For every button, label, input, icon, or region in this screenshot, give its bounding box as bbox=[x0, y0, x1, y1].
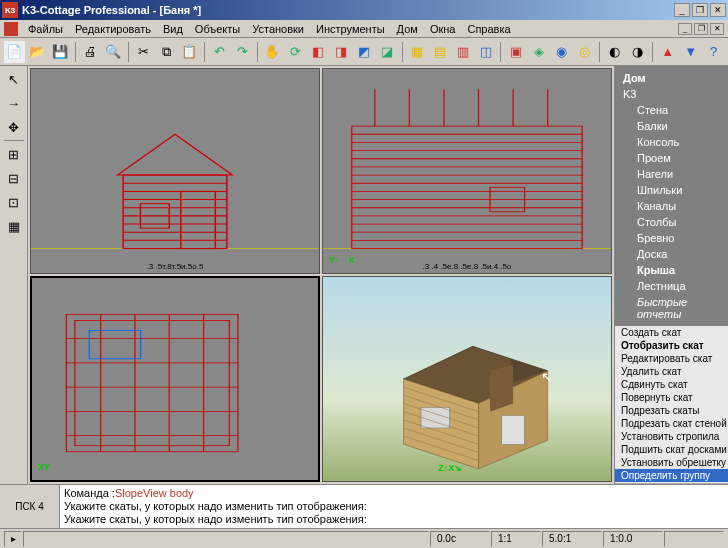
maximize-button[interactable]: ❐ bbox=[692, 3, 708, 17]
toolbar-icon[interactable]: ◎ bbox=[574, 41, 595, 63]
doc-minimize-button[interactable]: _ bbox=[678, 23, 692, 35]
paste-icon[interactable]: 📋 bbox=[179, 41, 200, 63]
tree-item[interactable]: Доска bbox=[619, 246, 724, 262]
toolbar-icon[interactable]: ◨ bbox=[331, 41, 352, 63]
tree-item[interactable]: Консоль bbox=[619, 134, 724, 150]
menu-house[interactable]: Дом bbox=[391, 21, 424, 37]
status-bar: ▸ 0.0с 1:1 5.0:1 1:0.0 bbox=[0, 528, 728, 548]
viewport-side[interactable]: Y↑→X .3 .4 .5е.8 .5е.8 .5и.4 .5о bbox=[322, 68, 612, 274]
command-item[interactable]: Подрезать скаты bbox=[615, 404, 728, 417]
tree-item[interactable]: Каналы bbox=[619, 198, 724, 214]
doc-close-button[interactable]: ✕ bbox=[710, 23, 724, 35]
rotate-icon[interactable]: ⟳ bbox=[285, 41, 306, 63]
menu-bar: Файлы Редактировать Вид Объекты Установк… bbox=[0, 20, 728, 38]
cmd-prefix: Команда : bbox=[64, 487, 115, 499]
tree-item[interactable]: Нагели bbox=[619, 166, 724, 182]
axis-label: XY bbox=[38, 462, 50, 472]
new-icon[interactable]: 📄 bbox=[4, 41, 25, 63]
tree-item[interactable]: Лестница bbox=[619, 278, 724, 294]
viewport-front[interactable]: .3 .5т.8т.5и.5о.5 bbox=[30, 68, 320, 274]
move-icon[interactable]: ✥ bbox=[3, 116, 25, 138]
tree-item[interactable]: Бревно bbox=[619, 230, 724, 246]
tree-item[interactable]: Крыша bbox=[619, 262, 724, 278]
main-area: ↖ → ✥ ⊞ ⊟ ⊡ ▦ .3 . bbox=[0, 66, 728, 484]
preview-icon[interactable]: 🔍 bbox=[103, 41, 124, 63]
menu-help[interactable]: Справка bbox=[461, 21, 516, 37]
command-item[interactable]: Сдвинуть скат bbox=[615, 378, 728, 391]
toolbar-icon[interactable]: ◩ bbox=[354, 41, 375, 63]
tree-item[interactable]: Балки bbox=[619, 118, 724, 134]
grid2-icon[interactable]: ⊟ bbox=[3, 167, 25, 189]
status-scale2[interactable]: 5.0:1 bbox=[542, 531, 602, 547]
toolbar-icon[interactable]: ◈ bbox=[528, 41, 549, 63]
tree-item[interactable]: Стена bbox=[619, 102, 724, 118]
copy-icon[interactable]: ⧉ bbox=[156, 41, 177, 63]
toolbar-icon[interactable]: ▤ bbox=[430, 41, 451, 63]
close-button[interactable]: ✕ bbox=[710, 3, 726, 17]
toolbar-icon[interactable]: ▲ bbox=[657, 41, 678, 63]
redo-icon[interactable]: ↷ bbox=[232, 41, 253, 63]
arrow-right-icon[interactable]: → bbox=[3, 92, 25, 114]
tree-panel: Дом K3 СтенаБалкиКонсольПроемНагелиШпиль… bbox=[615, 66, 728, 326]
grid4-icon[interactable]: ▦ bbox=[3, 215, 25, 237]
menu-files[interactable]: Файлы bbox=[22, 21, 69, 37]
menu-edit[interactable]: Редактировать bbox=[69, 21, 157, 37]
main-toolbar: 📄 📂 💾 🖨 🔍 ✂ ⧉ 📋 ↶ ↷ ✋ ⟳ ◧ ◨ ◩ ◪ ▦ ▤ ▥ ◫ … bbox=[0, 38, 728, 66]
tree-item[interactable]: Быстрые отчеты bbox=[619, 294, 724, 322]
command-item[interactable]: Подрезать скат стеной bbox=[615, 417, 728, 430]
command-item[interactable]: Удалить скат bbox=[615, 365, 728, 378]
tree-item[interactable]: Проем bbox=[619, 150, 724, 166]
tree-item[interactable]: Шпильки bbox=[619, 182, 724, 198]
cube-icon[interactable]: ◧ bbox=[308, 41, 329, 63]
command-item[interactable]: Создать скат bbox=[615, 326, 728, 339]
command-item[interactable]: Установить стропила bbox=[615, 430, 728, 443]
menu-objects[interactable]: Объекты bbox=[189, 21, 246, 37]
menu-windows[interactable]: Окна bbox=[424, 21, 462, 37]
help-icon[interactable]: ? bbox=[703, 41, 724, 63]
minimize-button[interactable]: _ bbox=[674, 3, 690, 17]
tree-subtitle[interactable]: K3 bbox=[619, 86, 724, 102]
svg-marker-52 bbox=[490, 365, 513, 412]
command-item[interactable]: Редактировать скат bbox=[615, 352, 728, 365]
open-icon[interactable]: 📂 bbox=[27, 41, 48, 63]
title-bar: K3 K3-Cottage Professional - [Баня *] _ … bbox=[0, 0, 728, 20]
status-time: 0.0с bbox=[430, 531, 490, 547]
toolbar-icon[interactable]: ◉ bbox=[551, 41, 572, 63]
cut-icon[interactable]: ✂ bbox=[133, 41, 154, 63]
command-item[interactable]: Подшить скат досками bbox=[615, 443, 728, 456]
menu-view[interactable]: Вид bbox=[157, 21, 189, 37]
command-area: ПСК 4 Команда :SlopeView body Укажите ск… bbox=[0, 484, 728, 528]
hand-icon[interactable]: ✋ bbox=[262, 41, 283, 63]
toolbar-icon[interactable]: ◪ bbox=[377, 41, 398, 63]
toolbar-icon[interactable]: ▦ bbox=[407, 41, 428, 63]
svg-rect-37 bbox=[75, 320, 229, 445]
toolbar-icon[interactable]: ◫ bbox=[475, 41, 496, 63]
tree-title[interactable]: Дом bbox=[619, 70, 724, 86]
toolbar-icon[interactable]: ▼ bbox=[680, 41, 701, 63]
toolbar-icon[interactable]: ◐ bbox=[604, 41, 625, 63]
undo-icon[interactable]: ↶ bbox=[209, 41, 230, 63]
command-item[interactable]: Повернуть скат bbox=[615, 391, 728, 404]
command-item[interactable]: Определить группу bbox=[615, 469, 728, 482]
save-icon[interactable]: 💾 bbox=[50, 41, 71, 63]
status-scale3[interactable]: 1:0.0 bbox=[603, 531, 663, 547]
doc-restore-button[interactable]: ❐ bbox=[694, 23, 708, 35]
viewports: .3 .5т.8т.5и.5о.5 bbox=[28, 66, 614, 484]
command-item[interactable]: Отобразить скат bbox=[615, 339, 728, 352]
viewport-plan[interactable]: XY bbox=[30, 276, 320, 482]
grid3-icon[interactable]: ⊡ bbox=[3, 191, 25, 213]
status-icon[interactable]: ▸ bbox=[4, 531, 22, 547]
print-icon[interactable]: 🖨 bbox=[80, 41, 101, 63]
status-scale1[interactable]: 1:1 bbox=[491, 531, 541, 547]
grid1-icon[interactable]: ⊞ bbox=[3, 143, 25, 165]
cursor-icon[interactable]: ↖ bbox=[3, 68, 25, 90]
viewport-3d[interactable]: ↖ Z↑X↘ bbox=[322, 276, 612, 482]
toolbar-icon[interactable]: ▣ bbox=[505, 41, 526, 63]
menu-tools[interactable]: Инструменты bbox=[310, 21, 391, 37]
tree-item[interactable]: Столбы bbox=[619, 214, 724, 230]
menu-settings[interactable]: Установки bbox=[246, 21, 310, 37]
toolbar-icon[interactable]: ▥ bbox=[452, 41, 473, 63]
command-item[interactable]: Установить обрешетку bbox=[615, 456, 728, 469]
command-log[interactable]: Команда :SlopeView body Укажите скаты, у… bbox=[60, 485, 728, 528]
toolbar-icon[interactable]: ◑ bbox=[627, 41, 648, 63]
